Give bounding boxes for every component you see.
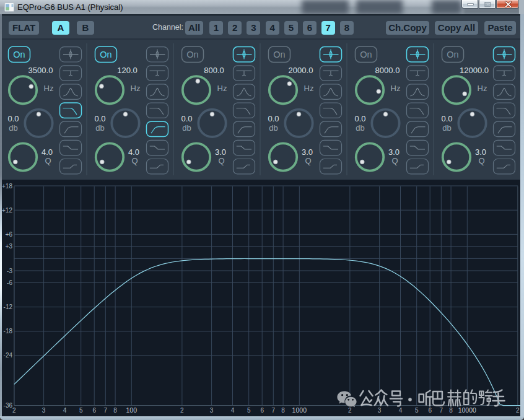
svg-text:8: 8 xyxy=(449,407,453,414)
svg-text:On: On xyxy=(447,50,458,59)
svg-text:5: 5 xyxy=(415,407,419,414)
svg-text:-18: -18 xyxy=(4,328,13,335)
svg-text:+12: +12 xyxy=(2,207,12,214)
svg-text:7: 7 xyxy=(272,407,276,414)
svg-text:db: db xyxy=(442,123,451,133)
svg-text:6: 6 xyxy=(428,407,432,414)
svg-text:3.0: 3.0 xyxy=(475,147,486,157)
svg-text:4.0: 4.0 xyxy=(128,147,139,157)
svg-text:db: db xyxy=(95,123,104,133)
svg-text:3.0: 3.0 xyxy=(388,147,400,157)
svg-text:7: 7 xyxy=(440,407,443,414)
svg-text:3.0: 3.0 xyxy=(215,147,226,157)
svg-text:Q: Q xyxy=(218,156,224,165)
svg-text:0.0: 0.0 xyxy=(441,114,452,123)
svg-text:On: On xyxy=(273,50,285,59)
svg-text:On: On xyxy=(100,50,111,59)
svg-text:1000: 1000 xyxy=(292,406,307,414)
svg-text:3500.0: 3500.0 xyxy=(28,66,53,75)
svg-text:+18: +18 xyxy=(2,183,12,190)
svg-text:100: 100 xyxy=(126,406,138,414)
svg-text:0.0: 0.0 xyxy=(354,114,365,123)
svg-text:0.0: 0.0 xyxy=(94,114,105,123)
svg-text:5: 5 xyxy=(79,407,83,414)
svg-text:-6: -6 xyxy=(7,279,12,286)
svg-text:+3: +3 xyxy=(6,243,13,250)
svg-text:On: On xyxy=(186,50,198,59)
svg-text:800.0: 800.0 xyxy=(204,66,224,75)
svg-text:-36: -36 xyxy=(4,402,13,409)
svg-text:4: 4 xyxy=(231,407,235,414)
svg-text:0.0: 0.0 xyxy=(268,114,279,123)
svg-text:12000.0: 12000.0 xyxy=(460,66,489,75)
svg-text:Hz: Hz xyxy=(391,84,401,93)
svg-text:7: 7 xyxy=(104,407,108,414)
svg-text:Q: Q xyxy=(131,156,138,165)
svg-text:4: 4 xyxy=(63,407,67,414)
svg-text:Q: Q xyxy=(391,156,398,165)
svg-text:2: 2 xyxy=(516,407,520,414)
svg-text:2: 2 xyxy=(180,407,184,414)
svg-text:3: 3 xyxy=(210,407,214,414)
svg-text:4: 4 xyxy=(399,407,403,414)
svg-text:4.0: 4.0 xyxy=(41,147,53,157)
svg-text:8: 8 xyxy=(281,407,285,414)
svg-text:8: 8 xyxy=(113,407,117,414)
svg-text:On: On xyxy=(360,50,372,59)
svg-text:Q: Q xyxy=(478,156,484,165)
svg-text:Hz: Hz xyxy=(44,84,54,93)
svg-text:6: 6 xyxy=(92,407,96,414)
svg-text:Hz: Hz xyxy=(304,84,314,93)
svg-text:6: 6 xyxy=(260,407,264,414)
svg-text:db: db xyxy=(182,123,191,133)
svg-text:3.0: 3.0 xyxy=(302,147,313,157)
svg-text:-12: -12 xyxy=(4,304,13,310)
svg-text:2: 2 xyxy=(348,407,352,414)
svg-text:Q: Q xyxy=(45,156,51,165)
svg-text:10000: 10000 xyxy=(458,406,476,414)
svg-text:5: 5 xyxy=(247,407,251,414)
svg-text:0.0: 0.0 xyxy=(7,114,19,123)
svg-text:3: 3 xyxy=(378,407,382,414)
svg-text:Hz: Hz xyxy=(217,84,227,93)
svg-text:db: db xyxy=(269,123,277,133)
svg-text:120.0: 120.0 xyxy=(117,66,138,75)
svg-text:0.0: 0.0 xyxy=(181,114,192,123)
svg-text:3: 3 xyxy=(42,407,46,414)
svg-text:Q: Q xyxy=(305,156,311,165)
svg-text:db: db xyxy=(356,123,364,133)
svg-text:2: 2 xyxy=(12,407,16,414)
svg-text:-24: -24 xyxy=(4,352,13,359)
svg-text:On: On xyxy=(13,50,25,59)
svg-text:8000.0: 8000.0 xyxy=(375,66,400,75)
svg-text:2000.0: 2000.0 xyxy=(289,66,313,75)
svg-text:db: db xyxy=(9,123,17,133)
svg-text:Hz: Hz xyxy=(131,84,141,93)
svg-text:Hz: Hz xyxy=(478,84,487,93)
svg-text:-3: -3 xyxy=(7,268,12,274)
svg-text:+6: +6 xyxy=(6,231,13,238)
